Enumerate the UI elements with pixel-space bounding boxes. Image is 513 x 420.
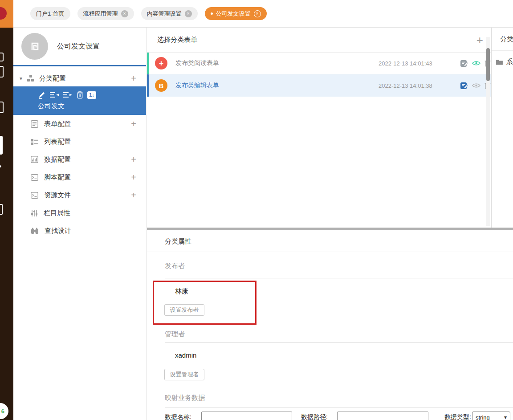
tree-node-search-design[interactable]: 查找设计 — [13, 222, 146, 240]
tab-bar: 门户1-首页 流程应用管理 × 内容管理设置 × 公司发文设置 × — [13, 0, 513, 28]
category-tree-node[interactable]: 系 — [492, 58, 513, 66]
rail-bracket-icon[interactable] — [0, 204, 3, 215]
vertical-scrollbar — [486, 37, 490, 226]
data-type-select[interactable]: string ▾ — [472, 412, 510, 420]
tree-node-company-doc-selected[interactable]: 1↓ 公司发文 — [13, 86, 146, 115]
rail-folder-icon[interactable] — [0, 102, 4, 113]
add-form-button[interactable]: + — [476, 34, 483, 46]
category-panel: 分类 系 — [491, 28, 513, 228]
tree-node-label: 分类配置 — [39, 74, 66, 83]
app-avatar — [21, 33, 48, 60]
preview-eye-icon[interactable] — [472, 83, 480, 88]
tree-node-label: 脚本配置 — [44, 173, 71, 182]
set-publisher-button[interactable]: 设置发布者 — [164, 304, 204, 316]
add-icon[interactable]: + — [130, 73, 137, 84]
tree-node-label: 栏目属性 — [44, 209, 70, 217]
publisher-section-label: 发布者 — [165, 262, 185, 270]
edit-pencil-icon[interactable] — [38, 91, 46, 99]
publisher-value: 林康 — [175, 287, 188, 296]
panel-title: 分类属性 — [147, 230, 513, 252]
browser-extension-badge[interactable]: 6 — [0, 403, 8, 419]
terminal-icon — [31, 192, 38, 199]
rail-star-icon[interactable] — [0, 163, 1, 170]
rail-clipboard-icon[interactable] — [0, 136, 3, 155]
edit-form-icon[interactable] — [460, 82, 468, 90]
add-icon[interactable]: + — [130, 190, 137, 200]
tree-node-label: 公司发文 — [38, 102, 146, 110]
node-toolbar: 1↓ — [38, 91, 146, 99]
binoculars-icon — [31, 228, 39, 234]
rail-doc-icon[interactable] — [0, 66, 4, 77]
close-icon[interactable]: × — [185, 10, 192, 17]
config-sidebar-header: 公司发文设置 — [13, 28, 146, 65]
form-name: 发布类编辑表单 — [175, 82, 219, 90]
blue-divider — [13, 65, 146, 66]
form-icon — [31, 120, 38, 128]
data-name-label: 数据名称: — [165, 413, 191, 420]
delete-trash-icon[interactable] — [77, 91, 83, 99]
close-icon[interactable]: × — [254, 10, 261, 17]
active-dot-icon — [211, 12, 213, 15]
data-name-input[interactable] — [201, 412, 292, 420]
bar-chart-icon — [31, 156, 38, 163]
manager-section-label: 管理者 — [165, 330, 185, 338]
mapping-section-label: 映射业务数据 — [165, 394, 205, 402]
sort-icon[interactable]: 1↓ — [87, 91, 96, 99]
tree-node-column-properties[interactable]: 栏目属性 — [13, 204, 146, 222]
form-list-row-selected[interactable]: B 发布类编辑表单 2022-12-13 14:01:38 — [147, 74, 491, 97]
tab-process-app-mgmt[interactable]: 流程应用管理 × — [77, 7, 134, 20]
app-logo[interactable] — [0, 0, 13, 28]
add-icon[interactable]: + — [130, 155, 137, 165]
tree-node-data-config[interactable]: 数据配置 + — [13, 151, 146, 168]
form-list-header: 选择分类表单 + — [147, 28, 491, 53]
set-manager-button[interactable]: 设置管理者 — [164, 369, 204, 380]
add-icon[interactable]: + — [130, 172, 137, 183]
scrollbar-thumb[interactable] — [486, 48, 490, 81]
tree-node-form-config[interactable]: 表单配置 + — [13, 115, 146, 133]
add-icon[interactable]: + — [130, 119, 137, 129]
close-icon[interactable]: × — [121, 10, 128, 17]
tree-node-label: 表单配置 — [44, 120, 71, 128]
tab-company-doc-settings[interactable]: 公司发文设置 × — [205, 7, 267, 20]
red-annotation-box — [153, 281, 256, 325]
tree-node-resource-files[interactable]: 资源文件 + — [13, 186, 146, 204]
insert-child-icon[interactable] — [63, 92, 73, 98]
tab-label: 门户1-首页 — [36, 10, 65, 18]
tab-label: 流程应用管理 — [83, 10, 118, 18]
config-sidebar: 公司发文设置 ▼ 分类配置 + — [13, 28, 147, 420]
data-type-value: string — [476, 414, 490, 420]
rail-home-icon[interactable] — [0, 53, 4, 61]
panel-title: 选择分类表单 — [157, 36, 197, 44]
sitemap-icon — [27, 75, 34, 82]
insert-sibling-icon[interactable] — [50, 92, 59, 98]
terminal-icon — [31, 174, 38, 181]
tab-content-mgmt-settings[interactable]: 内容管理设置 × — [141, 7, 198, 20]
form-list-row[interactable]: + 发布类阅读表单 2022-12-13 14:01:43 — [147, 53, 491, 74]
data-path-label: 数据路径: — [301, 413, 328, 420]
config-tree: ▼ 分类配置 + — [13, 70, 146, 240]
tree-node-label: 列表配置 — [44, 138, 71, 146]
panel-title: 分类 — [492, 28, 513, 51]
preview-eye-icon[interactable] — [472, 61, 480, 66]
tab-portal-home[interactable]: 门户1-首页 — [30, 7, 70, 20]
data-path-input[interactable] — [337, 412, 428, 420]
section-divider — [165, 343, 513, 343]
section-divider — [165, 278, 513, 278]
tree-node-category-config[interactable]: ▼ 分类配置 + — [13, 70, 146, 86]
data-type-label: 数据类型: — [444, 413, 471, 420]
caret-down-icon[interactable]: ▼ — [19, 76, 23, 81]
app-rail: 6 — [0, 0, 13, 420]
form-name: 发布类阅读表单 — [175, 59, 219, 67]
section-divider — [165, 408, 513, 408]
tree-node-label: 查找设计 — [45, 227, 71, 235]
sliders-icon — [31, 209, 38, 217]
chevron-down-icon: ▾ — [504, 414, 507, 420]
edit-form-icon[interactable] — [460, 60, 468, 67]
tree-node-script-config[interactable]: 脚本配置 + — [13, 168, 146, 186]
tree-node-list-config[interactable]: 列表配置 — [13, 133, 146, 151]
manager-value: xadmin — [175, 351, 196, 359]
category-node-label: 系 — [506, 58, 513, 66]
publish-read-form-icon: + — [155, 57, 167, 69]
form-timestamp: 2022-12-13 14:01:43 — [379, 60, 432, 67]
tree-node-label: 数据配置 — [44, 155, 71, 164]
